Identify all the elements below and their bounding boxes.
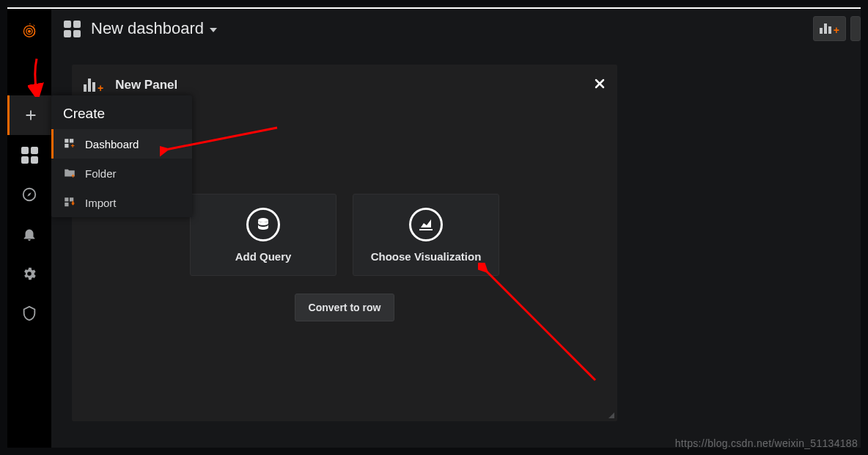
annotation-arrow-2 [160, 123, 284, 160]
annotation-arrow-3 [478, 263, 603, 387]
svg-rect-6 [65, 144, 68, 148]
annotation-arrow-1 [28, 57, 45, 97]
svg-text:+: + [71, 173, 75, 180]
folder-plus-icon: + [63, 167, 76, 180]
nav-server-admin[interactable] [7, 294, 51, 333]
flyout-folder-label: Folder [85, 167, 117, 180]
dashboard-title: New dashboard [91, 19, 204, 38]
panel-bars-plus-icon: + [84, 79, 103, 92]
svg-rect-10 [70, 197, 73, 201]
panel-title: New Panel [115, 78, 177, 92]
nav-settings[interactable] [7, 254, 51, 294]
svg-line-12 [166, 128, 277, 150]
dashboard-plus-icon: + [63, 137, 76, 150]
svg-point-3 [258, 218, 268, 222]
watermark: https://blog.csdn.net/weixin_51134188 [675, 437, 858, 449]
close-icon[interactable] [592, 75, 607, 95]
choice-row: Add Query Choose Visualization [190, 194, 499, 276]
grid-icon [21, 147, 38, 164]
svg-rect-9 [65, 197, 68, 201]
grid-icon [64, 21, 81, 37]
svg-text:+: + [71, 142, 75, 150]
bars-plus-icon: + [820, 23, 839, 34]
svg-rect-11 [65, 203, 68, 206]
resize-handle[interactable] [607, 411, 614, 418]
chevron-down-icon [210, 28, 217, 32]
flyout-item-folder[interactable]: + Folder [51, 159, 192, 188]
flyout-item-import[interactable]: Import [51, 188, 192, 217]
convert-label: Convert to row [309, 302, 381, 313]
choose-visualization-button[interactable]: Choose Visualization [353, 194, 499, 276]
dashboard-title-dropdown[interactable]: New dashboard [91, 19, 217, 38]
toolbar-more[interactable] [850, 16, 861, 41]
toolbar: + [813, 9, 861, 41]
dashboard-icon[interactable] [63, 20, 81, 37]
dashboard-header: New dashboard + [51, 9, 861, 48]
import-icon [63, 196, 76, 209]
svg-line-13 [485, 270, 595, 380]
nav-alerts[interactable] [7, 214, 51, 254]
flyout-dashboard-label: Dashboard [85, 138, 139, 150]
nav-create[interactable] [7, 95, 51, 135]
nav-dashboards[interactable] [7, 135, 51, 175]
choose-viz-label: Choose Visualization [371, 250, 482, 263]
add-query-button[interactable]: Add Query [190, 194, 336, 276]
chart-icon [409, 208, 443, 241]
convert-to-row-button[interactable]: Convert to row [295, 294, 395, 321]
add-panel-button[interactable]: + [813, 16, 846, 41]
flyout-import-label: Import [85, 197, 117, 209]
main: New dashboard + + [51, 9, 861, 448]
nav-explore[interactable] [7, 175, 51, 214]
grafana-logo[interactable] [7, 9, 51, 53]
add-query-label: Add Query [235, 250, 292, 263]
svg-rect-4 [65, 139, 68, 142]
database-icon [246, 208, 280, 241]
